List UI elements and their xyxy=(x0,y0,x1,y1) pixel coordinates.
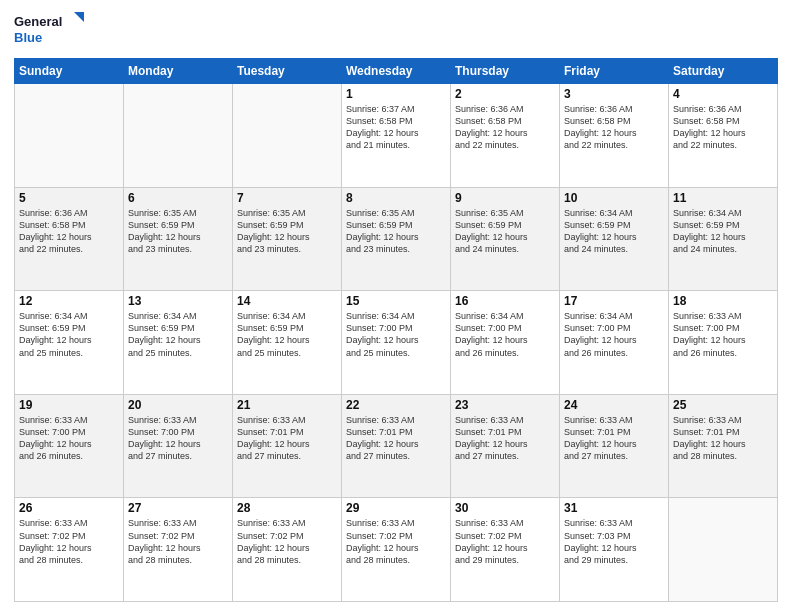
col-header-wednesday: Wednesday xyxy=(342,59,451,84)
col-header-sunday: Sunday xyxy=(15,59,124,84)
day-number: 14 xyxy=(237,294,337,308)
day-info: Sunrise: 6:36 AM Sunset: 6:58 PM Dayligh… xyxy=(19,207,119,256)
day-info: Sunrise: 6:33 AM Sunset: 7:01 PM Dayligh… xyxy=(564,414,664,463)
day-info: Sunrise: 6:37 AM Sunset: 6:58 PM Dayligh… xyxy=(346,103,446,152)
col-header-thursday: Thursday xyxy=(451,59,560,84)
calendar-cell: 26Sunrise: 6:33 AM Sunset: 7:02 PM Dayli… xyxy=(15,498,124,602)
day-number: 3 xyxy=(564,87,664,101)
calendar-cell: 22Sunrise: 6:33 AM Sunset: 7:01 PM Dayli… xyxy=(342,394,451,498)
day-number: 28 xyxy=(237,501,337,515)
calendar-cell: 9Sunrise: 6:35 AM Sunset: 6:59 PM Daylig… xyxy=(451,187,560,291)
day-number: 25 xyxy=(673,398,773,412)
day-number: 24 xyxy=(564,398,664,412)
calendar-cell: 5Sunrise: 6:36 AM Sunset: 6:58 PM Daylig… xyxy=(15,187,124,291)
day-number: 5 xyxy=(19,191,119,205)
calendar-cell: 7Sunrise: 6:35 AM Sunset: 6:59 PM Daylig… xyxy=(233,187,342,291)
day-number: 10 xyxy=(564,191,664,205)
day-info: Sunrise: 6:33 AM Sunset: 7:02 PM Dayligh… xyxy=(237,517,337,566)
calendar-table: SundayMondayTuesdayWednesdayThursdayFrid… xyxy=(14,58,778,602)
day-info: Sunrise: 6:34 AM Sunset: 6:59 PM Dayligh… xyxy=(564,207,664,256)
svg-text:General: General xyxy=(14,14,62,29)
day-info: Sunrise: 6:34 AM Sunset: 7:00 PM Dayligh… xyxy=(346,310,446,359)
calendar-cell xyxy=(15,84,124,188)
day-info: Sunrise: 6:35 AM Sunset: 6:59 PM Dayligh… xyxy=(237,207,337,256)
calendar-cell: 11Sunrise: 6:34 AM Sunset: 6:59 PM Dayli… xyxy=(669,187,778,291)
logo: General Blue xyxy=(14,10,84,52)
calendar-cell: 6Sunrise: 6:35 AM Sunset: 6:59 PM Daylig… xyxy=(124,187,233,291)
day-info: Sunrise: 6:33 AM Sunset: 7:00 PM Dayligh… xyxy=(673,310,773,359)
week-row-4: 19Sunrise: 6:33 AM Sunset: 7:00 PM Dayli… xyxy=(15,394,778,498)
calendar-cell: 4Sunrise: 6:36 AM Sunset: 6:58 PM Daylig… xyxy=(669,84,778,188)
day-number: 31 xyxy=(564,501,664,515)
day-number: 9 xyxy=(455,191,555,205)
page: General Blue SundayMondayTuesdayWednesda… xyxy=(0,0,792,612)
week-row-5: 26Sunrise: 6:33 AM Sunset: 7:02 PM Dayli… xyxy=(15,498,778,602)
day-info: Sunrise: 6:33 AM Sunset: 7:02 PM Dayligh… xyxy=(19,517,119,566)
day-number: 4 xyxy=(673,87,773,101)
calendar-cell: 14Sunrise: 6:34 AM Sunset: 6:59 PM Dayli… xyxy=(233,291,342,395)
day-number: 27 xyxy=(128,501,228,515)
calendar-cell xyxy=(669,498,778,602)
day-number: 15 xyxy=(346,294,446,308)
calendar-cell: 1Sunrise: 6:37 AM Sunset: 6:58 PM Daylig… xyxy=(342,84,451,188)
calendar-cell: 30Sunrise: 6:33 AM Sunset: 7:02 PM Dayli… xyxy=(451,498,560,602)
col-header-saturday: Saturday xyxy=(669,59,778,84)
calendar-cell: 12Sunrise: 6:34 AM Sunset: 6:59 PM Dayli… xyxy=(15,291,124,395)
day-number: 17 xyxy=(564,294,664,308)
day-info: Sunrise: 6:33 AM Sunset: 7:00 PM Dayligh… xyxy=(128,414,228,463)
header-row: SundayMondayTuesdayWednesdayThursdayFrid… xyxy=(15,59,778,84)
calendar-cell xyxy=(233,84,342,188)
calendar-cell: 2Sunrise: 6:36 AM Sunset: 6:58 PM Daylig… xyxy=(451,84,560,188)
calendar-cell: 15Sunrise: 6:34 AM Sunset: 7:00 PM Dayli… xyxy=(342,291,451,395)
calendar-cell: 17Sunrise: 6:34 AM Sunset: 7:00 PM Dayli… xyxy=(560,291,669,395)
day-info: Sunrise: 6:34 AM Sunset: 6:59 PM Dayligh… xyxy=(237,310,337,359)
week-row-1: 1Sunrise: 6:37 AM Sunset: 6:58 PM Daylig… xyxy=(15,84,778,188)
day-info: Sunrise: 6:36 AM Sunset: 6:58 PM Dayligh… xyxy=(673,103,773,152)
calendar-cell: 24Sunrise: 6:33 AM Sunset: 7:01 PM Dayli… xyxy=(560,394,669,498)
calendar-cell xyxy=(124,84,233,188)
day-number: 30 xyxy=(455,501,555,515)
header: General Blue xyxy=(14,10,778,52)
day-info: Sunrise: 6:33 AM Sunset: 7:01 PM Dayligh… xyxy=(237,414,337,463)
day-info: Sunrise: 6:33 AM Sunset: 7:02 PM Dayligh… xyxy=(455,517,555,566)
week-row-2: 5Sunrise: 6:36 AM Sunset: 6:58 PM Daylig… xyxy=(15,187,778,291)
calendar-cell: 23Sunrise: 6:33 AM Sunset: 7:01 PM Dayli… xyxy=(451,394,560,498)
day-number: 22 xyxy=(346,398,446,412)
day-info: Sunrise: 6:34 AM Sunset: 7:00 PM Dayligh… xyxy=(564,310,664,359)
day-info: Sunrise: 6:36 AM Sunset: 6:58 PM Dayligh… xyxy=(455,103,555,152)
calendar-cell: 31Sunrise: 6:33 AM Sunset: 7:03 PM Dayli… xyxy=(560,498,669,602)
day-info: Sunrise: 6:34 AM Sunset: 6:59 PM Dayligh… xyxy=(19,310,119,359)
calendar-cell: 16Sunrise: 6:34 AM Sunset: 7:00 PM Dayli… xyxy=(451,291,560,395)
day-number: 7 xyxy=(237,191,337,205)
day-number: 6 xyxy=(128,191,228,205)
day-info: Sunrise: 6:33 AM Sunset: 7:03 PM Dayligh… xyxy=(564,517,664,566)
svg-text:Blue: Blue xyxy=(14,30,42,45)
day-number: 26 xyxy=(19,501,119,515)
calendar-cell: 19Sunrise: 6:33 AM Sunset: 7:00 PM Dayli… xyxy=(15,394,124,498)
day-info: Sunrise: 6:34 AM Sunset: 6:59 PM Dayligh… xyxy=(128,310,228,359)
day-info: Sunrise: 6:33 AM Sunset: 7:02 PM Dayligh… xyxy=(346,517,446,566)
day-number: 18 xyxy=(673,294,773,308)
svg-marker-2 xyxy=(74,12,84,22)
week-row-3: 12Sunrise: 6:34 AM Sunset: 6:59 PM Dayli… xyxy=(15,291,778,395)
day-number: 20 xyxy=(128,398,228,412)
day-info: Sunrise: 6:35 AM Sunset: 6:59 PM Dayligh… xyxy=(346,207,446,256)
day-info: Sunrise: 6:34 AM Sunset: 6:59 PM Dayligh… xyxy=(673,207,773,256)
day-info: Sunrise: 6:33 AM Sunset: 7:00 PM Dayligh… xyxy=(19,414,119,463)
calendar-cell: 13Sunrise: 6:34 AM Sunset: 6:59 PM Dayli… xyxy=(124,291,233,395)
day-info: Sunrise: 6:33 AM Sunset: 7:02 PM Dayligh… xyxy=(128,517,228,566)
calendar-cell: 25Sunrise: 6:33 AM Sunset: 7:01 PM Dayli… xyxy=(669,394,778,498)
day-info: Sunrise: 6:33 AM Sunset: 7:01 PM Dayligh… xyxy=(455,414,555,463)
day-info: Sunrise: 6:36 AM Sunset: 6:58 PM Dayligh… xyxy=(564,103,664,152)
day-number: 2 xyxy=(455,87,555,101)
day-number: 16 xyxy=(455,294,555,308)
day-number: 21 xyxy=(237,398,337,412)
calendar-cell: 21Sunrise: 6:33 AM Sunset: 7:01 PM Dayli… xyxy=(233,394,342,498)
logo-svg: General Blue xyxy=(14,10,84,52)
day-number: 19 xyxy=(19,398,119,412)
day-info: Sunrise: 6:33 AM Sunset: 7:01 PM Dayligh… xyxy=(346,414,446,463)
col-header-tuesday: Tuesday xyxy=(233,59,342,84)
day-info: Sunrise: 6:34 AM Sunset: 7:00 PM Dayligh… xyxy=(455,310,555,359)
calendar-cell: 28Sunrise: 6:33 AM Sunset: 7:02 PM Dayli… xyxy=(233,498,342,602)
day-info: Sunrise: 6:33 AM Sunset: 7:01 PM Dayligh… xyxy=(673,414,773,463)
